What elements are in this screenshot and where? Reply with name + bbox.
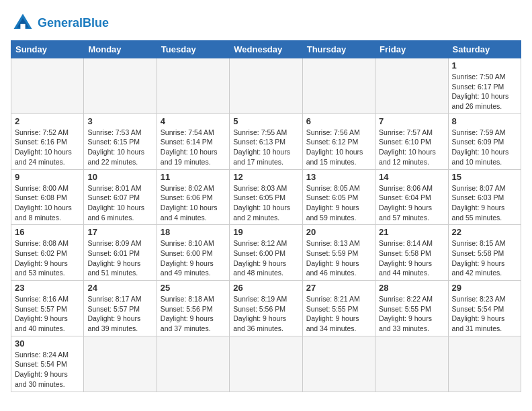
day-cell: 10Sunrise: 8:01 AM Sunset: 6:07 PM Dayli… — [84, 169, 157, 225]
calendar: SundayMondayTuesdayWednesdayThursdayFrid… — [11, 40, 521, 392]
day-cell: 12Sunrise: 8:03 AM Sunset: 6:05 PM Dayli… — [230, 169, 302, 225]
day-cell: 5Sunrise: 7:55 AM Sunset: 6:13 PM Daylig… — [230, 113, 302, 169]
day-number: 16 — [15, 227, 80, 237]
day-info: Sunrise: 8:15 AM Sunset: 5:58 PM Dayligh… — [452, 238, 517, 278]
day-info: Sunrise: 7:56 AM Sunset: 6:12 PM Dayligh… — [306, 128, 371, 167]
day-info: Sunrise: 8:08 AM Sunset: 6:02 PM Dayligh… — [15, 238, 80, 278]
day-cell: 8Sunrise: 7:59 AM Sunset: 6:09 PM Daylig… — [448, 113, 521, 169]
day-info: Sunrise: 8:10 AM Sunset: 6:00 PM Dayligh… — [161, 238, 226, 278]
day-info: Sunrise: 7:53 AM Sunset: 6:15 PM Dayligh… — [87, 128, 152, 167]
day-cell — [375, 58, 448, 114]
day-number: 27 — [306, 283, 371, 293]
day-info: Sunrise: 8:05 AM Sunset: 6:05 PM Dayligh… — [306, 183, 371, 223]
header: GeneralBlue — [11, 11, 521, 35]
day-cell: 25Sunrise: 8:18 AM Sunset: 5:56 PM Dayli… — [157, 281, 229, 336]
day-cell — [230, 336, 302, 392]
day-cell — [375, 336, 448, 392]
day-cell — [84, 336, 157, 392]
day-info: Sunrise: 8:09 AM Sunset: 6:01 PM Dayligh… — [87, 238, 152, 278]
day-cell — [302, 336, 375, 392]
day-number: 30 — [15, 338, 80, 349]
weekday-header-tuesday: Tuesday — [157, 41, 229, 58]
day-info: Sunrise: 8:01 AM Sunset: 6:07 PM Dayligh… — [87, 183, 152, 223]
day-info: Sunrise: 8:03 AM Sunset: 6:05 PM Dayligh… — [233, 183, 298, 223]
day-cell: 15Sunrise: 8:07 AM Sunset: 6:03 PM Dayli… — [448, 169, 521, 225]
week-row-2: 2Sunrise: 7:52 AM Sunset: 6:16 PM Daylig… — [11, 113, 521, 169]
day-number: 15 — [452, 172, 517, 182]
day-info: Sunrise: 8:00 AM Sunset: 6:08 PM Dayligh… — [15, 183, 80, 223]
day-info: Sunrise: 7:55 AM Sunset: 6:13 PM Dayligh… — [233, 128, 298, 167]
day-cell: 14Sunrise: 8:06 AM Sunset: 6:04 PM Dayli… — [375, 169, 448, 225]
day-number: 28 — [379, 283, 444, 293]
week-row-1: 1Sunrise: 7:50 AM Sunset: 6:17 PM Daylig… — [11, 58, 521, 114]
day-number: 8 — [452, 116, 517, 126]
week-row-3: 9Sunrise: 8:00 AM Sunset: 6:08 PM Daylig… — [11, 169, 521, 225]
day-cell: 24Sunrise: 8:17 AM Sunset: 5:57 PM Dayli… — [84, 281, 157, 336]
day-number: 17 — [87, 227, 152, 237]
day-number: 14 — [379, 172, 444, 182]
day-number: 2 — [15, 116, 80, 126]
day-cell: 16Sunrise: 8:08 AM Sunset: 6:02 PM Dayli… — [11, 225, 84, 281]
week-row-4: 16Sunrise: 8:08 AM Sunset: 6:02 PM Dayli… — [11, 225, 521, 281]
day-number: 18 — [161, 227, 226, 237]
day-info: Sunrise: 8:02 AM Sunset: 6:06 PM Dayligh… — [161, 183, 226, 223]
week-row-6: 30Sunrise: 8:24 AM Sunset: 5:54 PM Dayli… — [11, 336, 521, 392]
day-info: Sunrise: 8:23 AM Sunset: 5:54 PM Dayligh… — [452, 294, 517, 334]
day-info: Sunrise: 7:59 AM Sunset: 6:09 PM Dayligh… — [452, 128, 517, 167]
weekday-header-saturday: Saturday — [448, 41, 521, 58]
day-cell: 9Sunrise: 8:00 AM Sunset: 6:08 PM Daylig… — [11, 169, 84, 225]
day-cell — [230, 58, 302, 114]
weekday-header-sunday: Sunday — [11, 41, 84, 58]
day-cell: 22Sunrise: 8:15 AM Sunset: 5:58 PM Dayli… — [448, 225, 521, 281]
day-cell: 26Sunrise: 8:19 AM Sunset: 5:56 PM Dayli… — [230, 281, 302, 336]
day-info: Sunrise: 8:24 AM Sunset: 5:54 PM Dayligh… — [15, 350, 80, 390]
day-number: 12 — [233, 172, 298, 182]
logo-text: GeneralBlue — [38, 17, 109, 29]
day-number: 10 — [87, 172, 152, 182]
day-cell — [302, 58, 375, 114]
day-cell: 18Sunrise: 8:10 AM Sunset: 6:00 PM Dayli… — [157, 225, 229, 281]
day-cell — [11, 58, 84, 114]
weekday-header-row: SundayMondayTuesdayWednesdayThursdayFrid… — [11, 41, 521, 58]
day-number: 19 — [233, 227, 298, 237]
day-info: Sunrise: 8:14 AM Sunset: 5:58 PM Dayligh… — [379, 238, 444, 278]
day-info: Sunrise: 8:21 AM Sunset: 5:55 PM Dayligh… — [306, 294, 371, 334]
day-cell: 21Sunrise: 8:14 AM Sunset: 5:58 PM Dayli… — [375, 225, 448, 281]
day-cell — [84, 58, 157, 114]
day-cell: 6Sunrise: 7:56 AM Sunset: 6:12 PM Daylig… — [302, 113, 375, 169]
logo-icon — [11, 11, 35, 35]
day-info: Sunrise: 7:57 AM Sunset: 6:10 PM Dayligh… — [379, 128, 444, 167]
day-number: 29 — [452, 283, 517, 293]
day-info: Sunrise: 7:50 AM Sunset: 6:17 PM Dayligh… — [452, 72, 517, 111]
day-cell: 1Sunrise: 7:50 AM Sunset: 6:17 PM Daylig… — [448, 58, 521, 114]
day-info: Sunrise: 8:18 AM Sunset: 5:56 PM Dayligh… — [161, 294, 226, 334]
day-cell: 7Sunrise: 7:57 AM Sunset: 6:10 PM Daylig… — [375, 113, 448, 169]
day-info: Sunrise: 8:22 AM Sunset: 5:55 PM Dayligh… — [379, 294, 444, 334]
day-cell: 11Sunrise: 8:02 AM Sunset: 6:06 PM Dayli… — [157, 169, 229, 225]
logo: GeneralBlue — [11, 11, 109, 35]
weekday-header-thursday: Thursday — [302, 41, 375, 58]
day-number: 1 — [452, 60, 517, 71]
day-cell — [157, 336, 229, 392]
day-number: 26 — [233, 283, 298, 293]
day-info: Sunrise: 8:16 AM Sunset: 5:57 PM Dayligh… — [15, 294, 80, 334]
day-cell: 27Sunrise: 8:21 AM Sunset: 5:55 PM Dayli… — [302, 281, 375, 336]
day-number: 5 — [233, 116, 298, 126]
day-info: Sunrise: 7:52 AM Sunset: 6:16 PM Dayligh… — [15, 128, 80, 167]
day-info: Sunrise: 8:13 AM Sunset: 5:59 PM Dayligh… — [306, 238, 371, 278]
day-cell: 2Sunrise: 7:52 AM Sunset: 6:16 PM Daylig… — [11, 113, 84, 169]
day-cell: 20Sunrise: 8:13 AM Sunset: 5:59 PM Dayli… — [302, 225, 375, 281]
day-cell — [157, 58, 229, 114]
day-cell — [448, 336, 521, 392]
day-number: 3 — [87, 116, 152, 126]
day-number: 13 — [306, 172, 371, 182]
day-number: 20 — [306, 227, 371, 237]
day-number: 21 — [379, 227, 444, 237]
day-info: Sunrise: 8:06 AM Sunset: 6:04 PM Dayligh… — [379, 183, 444, 223]
day-number: 24 — [87, 283, 152, 293]
day-cell: 23Sunrise: 8:16 AM Sunset: 5:57 PM Dayli… — [11, 281, 84, 336]
weekday-header-friday: Friday — [375, 41, 448, 58]
day-number: 9 — [15, 172, 80, 182]
day-cell: 28Sunrise: 8:22 AM Sunset: 5:55 PM Dayli… — [375, 281, 448, 336]
day-number: 23 — [15, 283, 80, 293]
